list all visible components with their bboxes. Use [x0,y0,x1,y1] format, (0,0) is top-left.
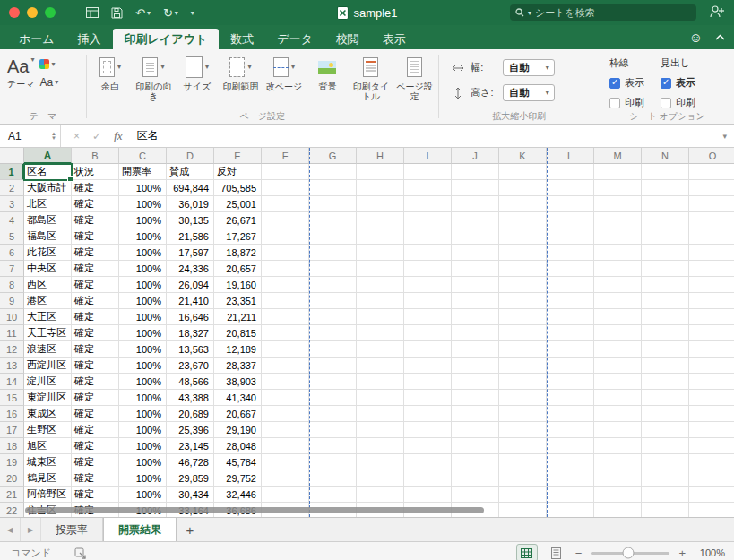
column-header-G[interactable]: G [309,148,357,164]
cell-J10[interactable] [452,309,499,325]
ribbon-tab-データ[interactable]: データ [265,29,324,49]
cell-J16[interactable] [452,406,499,422]
gridlines-view-checkbox[interactable]: 表示 [609,76,644,90]
cell-K15[interactable] [499,390,547,406]
cell-C21[interactable]: 100% [119,487,167,503]
row-header-5[interactable]: 5 [0,228,24,245]
zoom-out-button[interactable]: − [575,547,583,560]
cell-I3[interactable] [404,196,452,212]
cell-G11[interactable] [309,325,357,341]
cell-K2[interactable] [499,180,547,196]
cell-E8[interactable]: 19,160 [214,277,262,293]
cell-J8[interactable] [452,277,499,293]
cell-K12[interactable] [499,341,547,358]
cell-J14[interactable] [452,374,499,390]
cell-C6[interactable]: 100% [119,245,167,261]
cell-J19[interactable] [452,454,499,470]
cell-E1[interactable]: 反対 [214,164,262,180]
cell-C11[interactable]: 100% [119,325,167,341]
cell-O10[interactable] [689,309,734,325]
cell-H12[interactable] [357,341,404,358]
cell-M13[interactable] [594,358,642,374]
themes-button[interactable]: Aa▾ テーマ [7,56,34,90]
cell-M17[interactable] [594,422,642,438]
cell-I2[interactable] [404,180,452,196]
column-header-F[interactable]: F [262,148,309,164]
cell-O13[interactable] [689,358,734,374]
cell-A16[interactable]: 東成区 [24,406,72,422]
cell-E17[interactable]: 29,190 [214,422,262,438]
cell-O14[interactable] [689,374,734,390]
cell-M18[interactable] [594,438,642,454]
cell-B20[interactable]: 確定 [72,470,119,487]
background-button[interactable]: 背景 [307,56,348,101]
row-header-19[interactable]: 19 [0,454,24,470]
theme-colors-button[interactable]: ▾ [39,59,58,69]
cell-J20[interactable] [452,470,499,487]
close-window-button[interactable] [9,7,20,18]
cell-F3[interactable] [262,196,309,212]
headings-print-checkbox[interactable]: 印刷 [661,96,695,109]
row-header-22[interactable]: 22 [0,503,24,517]
cell-B16[interactable]: 確定 [72,406,119,422]
cell-N15[interactable] [642,390,689,406]
cell-G7[interactable] [309,261,357,277]
column-header-E[interactable]: E [214,148,262,164]
cell-B9[interactable]: 確定 [72,293,119,309]
cell-O1[interactable] [689,164,734,180]
cell-E10[interactable]: 21,211 [214,309,262,325]
cell-C7[interactable]: 100% [119,261,167,277]
cell-K3[interactable] [499,196,547,212]
cell-D2[interactable]: 694,844 [167,180,214,196]
cell-A10[interactable]: 大正区 [24,309,72,325]
cell-J4[interactable] [452,212,499,228]
cell-C10[interactable]: 100% [119,309,167,325]
cell-A14[interactable]: 淀川区 [24,374,72,390]
cell-K19[interactable] [499,454,547,470]
cell-I8[interactable] [404,277,452,293]
cell-H6[interactable] [357,245,404,261]
row-header-7[interactable]: 7 [0,261,24,277]
cell-L18[interactable] [547,438,594,454]
cell-M4[interactable] [594,212,642,228]
cell-B8[interactable]: 確定 [72,277,119,293]
cell-A13[interactable]: 西淀川区 [24,358,72,374]
cell-L2[interactable] [547,180,594,196]
cell-O22[interactable] [689,503,734,517]
cell-J11[interactable] [452,325,499,341]
row-header-8[interactable]: 8 [0,277,24,293]
cell-G12[interactable] [309,341,357,358]
cell-O19[interactable] [689,454,734,470]
cell-C8[interactable]: 100% [119,277,167,293]
cell-O2[interactable] [689,180,734,196]
cell-G17[interactable] [309,422,357,438]
gridlines-print-checkbox[interactable]: 印刷 [609,96,644,109]
page-layout-view-button[interactable] [547,545,566,560]
orientation-button[interactable]: ▾ 印刷の向き [133,56,174,101]
cell-K16[interactable] [499,406,547,422]
share-button[interactable] [709,4,725,22]
cell-B11[interactable]: 確定 [72,325,119,341]
cell-O12[interactable] [689,341,734,358]
page-setup-dialog-button[interactable]: ページ設定 [393,56,435,101]
cell-F18[interactable] [262,438,309,454]
cell-A5[interactable]: 福島区 [24,228,72,245]
cell-L13[interactable] [547,358,594,374]
cell-H19[interactable] [357,454,404,470]
fill-handle[interactable] [67,176,73,182]
cell-B18[interactable]: 確定 [72,438,119,454]
cell-J17[interactable] [452,422,499,438]
column-header-K[interactable]: K [499,148,547,164]
cell-B12[interactable]: 確定 [72,341,119,358]
cell-F7[interactable] [262,261,309,277]
cell-L11[interactable] [547,325,594,341]
cell-A21[interactable]: 阿倍野区 [24,487,72,503]
cell-F5[interactable] [262,228,309,245]
next-sheet-button[interactable]: ▶ [21,518,41,541]
cell-A11[interactable]: 天王寺区 [24,325,72,341]
cell-C13[interactable]: 100% [119,358,167,374]
cell-A18[interactable]: 旭区 [24,438,72,454]
cell-K5[interactable] [499,228,547,245]
cell-E5[interactable]: 17,267 [214,228,262,245]
cell-H11[interactable] [357,325,404,341]
